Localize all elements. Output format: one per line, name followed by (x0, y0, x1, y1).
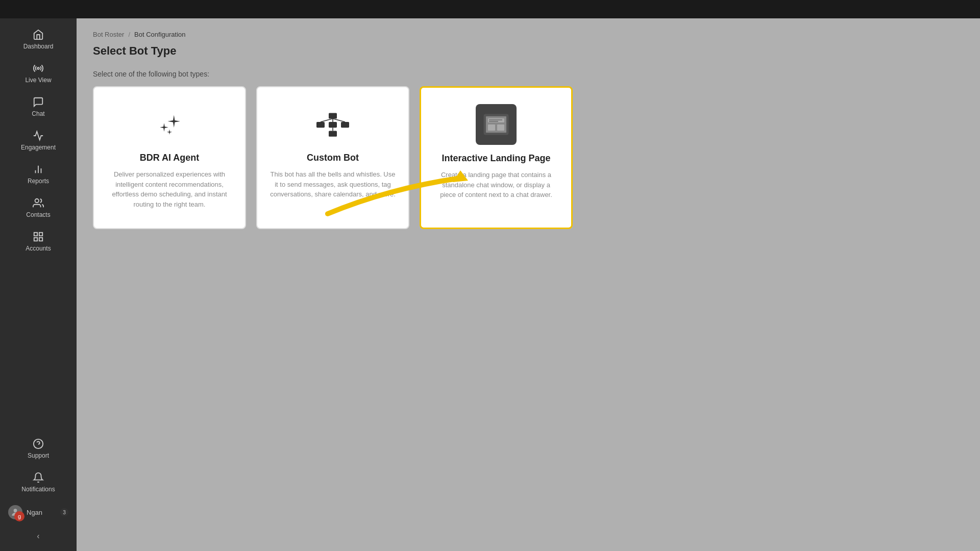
sidebar-label-engagement: Engagement (21, 144, 56, 151)
svg-rect-16 (329, 131, 337, 137)
top-bar (0, 0, 980, 18)
interactive-landing-page-title: Interactive Landing Page (442, 153, 550, 164)
svg-rect-12 (329, 113, 337, 118)
breadcrumb: Bot Roster / Bot Configuration (93, 31, 964, 38)
sidebar-label-support: Support (28, 452, 49, 459)
sidebar-label-chat: Chat (32, 110, 44, 117)
sidebar-label-accounts: Accounts (26, 245, 51, 252)
avatar-g-badge: g (14, 511, 24, 521)
accounts-icon (32, 231, 44, 243)
main-layout: Dashboard Live View Chat (0, 18, 980, 551)
sidebar-bottom: Support Notifications g (0, 432, 77, 547)
bot-card-custom-bot[interactable]: Custom Bot This bot has all the bells an… (256, 86, 409, 229)
interactive-landing-page-desc: Create a landing page that contains a st… (433, 170, 559, 200)
svg-line-19 (333, 119, 345, 122)
svg-rect-25 (497, 124, 504, 131)
svg-rect-15 (341, 122, 349, 128)
bdr-ai-agent-icon (149, 104, 190, 144)
cards-row: BDR AI Agent Deliver personalized experi… (93, 86, 964, 229)
svg-point-4 (35, 199, 39, 203)
sidebar-label-reports: Reports (28, 178, 49, 185)
engagement-icon (32, 130, 44, 142)
sidebar-item-user[interactable]: g Ngan 3 (0, 499, 77, 525)
sidebar-item-reports[interactable]: Reports (0, 157, 77, 191)
liveview-icon (32, 62, 44, 74)
main-content: Bot Roster / Bot Configuration Select Bo… (77, 18, 980, 551)
bell-icon (32, 471, 44, 484)
chat-icon (32, 96, 44, 108)
svg-rect-23 (488, 118, 504, 122)
user-name: Ngan (27, 509, 42, 516)
breadcrumb-parent[interactable]: Bot Roster (93, 31, 124, 38)
sidebar-item-engagement[interactable]: Engagement (0, 123, 77, 157)
sidebar-item-accounts[interactable]: Accounts (0, 224, 77, 258)
sidebar-item-dashboard[interactable]: Dashboard (0, 22, 77, 56)
sidebar-item-contacts[interactable]: Contacts (0, 191, 77, 224)
svg-rect-13 (316, 122, 325, 128)
custom-bot-title: Custom Bot (307, 153, 359, 163)
bot-card-interactive-landing-page[interactable]: Interactive Landing Page Create a landin… (420, 86, 573, 229)
sidebar-label-live-view: Live View (25, 77, 51, 84)
sidebar-item-chat[interactable]: Chat (0, 90, 77, 123)
svg-rect-14 (329, 122, 337, 128)
svg-rect-5 (34, 233, 37, 236)
contacts-icon (32, 197, 44, 209)
custom-bot-icon (312, 104, 353, 144)
breadcrumb-current: Bot Configuration (134, 31, 185, 38)
sidebar-item-support[interactable]: Support (0, 432, 77, 465)
bdr-ai-agent-desc: Deliver personalized experiences with in… (106, 169, 233, 209)
page-title: Select Bot Type (93, 44, 964, 58)
support-icon (32, 438, 44, 450)
svg-rect-6 (39, 233, 42, 236)
svg-point-0 (37, 67, 39, 69)
breadcrumb-separator: / (128, 31, 130, 38)
sidebar-label-notifications: Notifications (21, 486, 55, 493)
svg-rect-7 (34, 238, 37, 241)
sidebar-item-live-view[interactable]: Live View (0, 56, 77, 90)
sidebar-label-contacts: Contacts (26, 211, 50, 218)
collapse-icon: ‹ (37, 532, 39, 541)
sidebar: Dashboard Live View Chat (0, 18, 77, 551)
custom-bot-desc: This bot has all the bells and whistles.… (270, 169, 396, 199)
bot-card-bdr-ai-agent[interactable]: BDR AI Agent Deliver personalized experi… (93, 86, 246, 229)
svg-rect-8 (39, 238, 42, 241)
svg-rect-24 (488, 124, 495, 131)
svg-line-17 (321, 119, 333, 122)
sidebar-item-notifications[interactable]: Notifications (0, 465, 77, 499)
dashboard-icon (32, 29, 44, 41)
interactive-landing-page-icon (476, 104, 517, 145)
section-label: Select one of the following bot types: (93, 70, 964, 78)
bdr-ai-agent-title: BDR AI Agent (140, 153, 200, 163)
sidebar-label-dashboard: Dashboard (23, 43, 54, 50)
avatar: g (8, 505, 22, 519)
sidebar-collapse-button[interactable]: ‹ (0, 525, 77, 547)
reports-icon (32, 163, 44, 176)
user-badge: 3 (60, 508, 68, 516)
